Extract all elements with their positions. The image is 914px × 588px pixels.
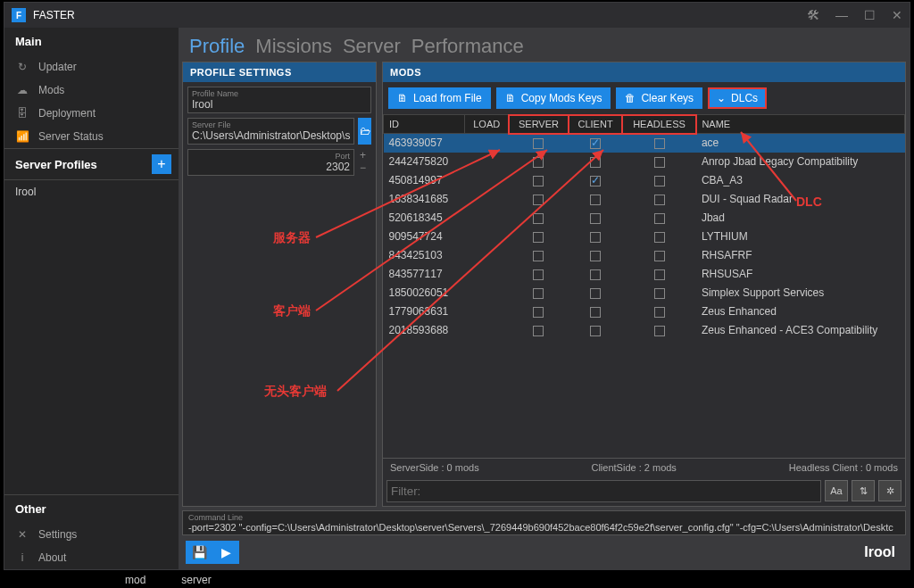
cell-name: LYTHIUM <box>696 228 905 246</box>
server-checkbox[interactable] <box>533 288 544 299</box>
headless-checkbox[interactable] <box>654 157 665 168</box>
server-checkbox[interactable] <box>533 269 544 280</box>
sidebar-item-deployment[interactable]: 🗄Deployment <box>4 102 179 125</box>
profile-item-irool[interactable]: Irool <box>4 180 179 203</box>
sidebar-item-server-status[interactable]: 📶Server Status <box>4 125 179 148</box>
col-client[interactable]: CLIENT <box>569 115 622 134</box>
filter-sort-button[interactable]: ⇅ <box>852 480 875 501</box>
client-checkbox[interactable] <box>590 288 601 299</box>
server-checkbox[interactable] <box>533 213 544 224</box>
cell-id: 843425103 <box>384 246 465 265</box>
server-checkbox[interactable] <box>533 307 544 318</box>
table-row[interactable]: 1638341685DUI - Squad Radar <box>384 190 905 209</box>
client-checkbox[interactable] <box>590 251 601 261</box>
command-line-label: Command Line <box>188 513 900 522</box>
command-line-value[interactable]: -port=2302 "-config=C:\Users\Administrat… <box>188 522 900 533</box>
client-checkbox[interactable] <box>590 176 601 186</box>
copy-mods-keys-button[interactable]: 🗎Copy Mods Keys <box>496 87 611 109</box>
cell-name: Zeus Enhanced <box>696 302 905 321</box>
table-row[interactable]: 463939057ace <box>384 134 905 153</box>
table-row[interactable]: 843577117RHSUSAF <box>384 265 905 284</box>
server-checkbox[interactable] <box>533 251 544 261</box>
table-row[interactable]: 2018593688Zeus Enhanced - ACE3 Compatibi… <box>384 321 905 340</box>
headless-checkbox[interactable] <box>654 307 665 318</box>
sidebar-item-about[interactable]: iAbout <box>4 546 179 569</box>
tabs: Profile Missions Server Performance <box>182 31 906 58</box>
maximize-button[interactable]: ☐ <box>864 8 876 22</box>
sidebar-item-settings[interactable]: ✕Settings <box>4 523 179 546</box>
port-input[interactable]: 2302 <box>192 161 350 173</box>
sidebar-item-updater[interactable]: ↻Updater <box>4 55 179 79</box>
headless-checkbox[interactable] <box>654 138 665 149</box>
tab-server[interactable]: Server <box>343 35 401 58</box>
headless-checkbox[interactable] <box>654 251 665 261</box>
active-profile-label: Irool <box>864 544 902 560</box>
server-file-input[interactable]: C:\Users\Administrator\Desktop\s <box>192 129 350 142</box>
table-row[interactable]: 909547724LYTHIUM <box>384 228 905 246</box>
dlcs-button[interactable]: ⌄DLCs <box>708 87 767 109</box>
client-checkbox[interactable] <box>590 326 601 336</box>
app-icon: F <box>12 8 26 22</box>
table-row[interactable]: 520618345Jbad <box>384 209 905 228</box>
tab-missions[interactable]: Missions <box>255 35 332 58</box>
headless-checkbox[interactable] <box>654 269 665 280</box>
filter-star-button[interactable]: ✲ <box>878 480 902 501</box>
col-id[interactable]: ID <box>384 115 465 134</box>
play-icon: ▶ <box>221 545 231 559</box>
table-row[interactable]: 2442475820Anrop Jbad Legacy Compatibilit… <box>384 153 905 171</box>
cell-name: Simplex Support Services <box>696 284 905 302</box>
client-checkbox[interactable] <box>590 157 601 168</box>
sidebar-item-mods[interactable]: ☁Mods <box>4 79 179 102</box>
client-checkbox[interactable] <box>590 232 601 243</box>
run-button[interactable]: ▶ <box>212 541 239 564</box>
server-checkbox[interactable] <box>533 176 544 186</box>
clear-keys-button[interactable]: 🗑Clear Keys <box>616 87 702 109</box>
browse-button[interactable]: 🗁 <box>358 118 371 145</box>
save-button[interactable]: 💾 <box>186 541 212 564</box>
table-row[interactable]: 843425103RHSAFRF <box>384 246 905 265</box>
client-checkbox[interactable] <box>590 213 601 224</box>
tab-performance[interactable]: Performance <box>411 35 524 58</box>
minimize-button[interactable]: — <box>835 8 848 22</box>
col-name[interactable]: NAME <box>696 115 905 134</box>
server-checkbox[interactable] <box>533 157 544 168</box>
load-from-file-button[interactable]: 🗎Load from File <box>388 87 491 109</box>
client-checkbox[interactable] <box>590 307 601 318</box>
headless-checkbox[interactable] <box>654 213 665 224</box>
tools-icon[interactable]: 🛠 <box>807 8 819 22</box>
table-row[interactable]: 1850026051Simplex Support Services <box>384 284 905 302</box>
cell-name: Jbad <box>696 209 905 228</box>
port-label: Port <box>192 152 350 161</box>
port-increment[interactable]: + <box>354 149 371 161</box>
headless-checkbox[interactable] <box>654 326 665 336</box>
table-row[interactable]: 450814997CBA_A3 <box>384 171 905 190</box>
col-server[interactable]: SERVER <box>509 115 569 134</box>
close-button[interactable]: ✕ <box>892 8 902 22</box>
client-checkbox[interactable] <box>590 138 601 149</box>
col-headless[interactable]: HEADLESS <box>622 115 696 134</box>
client-checkbox[interactable] <box>590 195 601 205</box>
table-row[interactable]: 1779063631Zeus Enhanced <box>384 302 905 321</box>
add-profile-button[interactable]: + <box>152 154 171 174</box>
server-checkbox[interactable] <box>533 326 544 336</box>
server-checkbox[interactable] <box>533 195 544 205</box>
filter-case-button[interactable]: Aa <box>825 480 848 501</box>
status-server: server <box>163 574 228 586</box>
client-checkbox[interactable] <box>590 269 601 280</box>
filter-input[interactable] <box>386 480 821 502</box>
cell-name: Anrop Jbad Legacy Compatibility <box>696 153 905 171</box>
titlebar: F FASTER 🛠 — ☐ ✕ <box>4 3 910 28</box>
settings-icon: ✕ <box>15 528 29 541</box>
server-checkbox[interactable] <box>533 232 544 243</box>
port-decrement[interactable]: − <box>354 161 371 174</box>
headless-checkbox[interactable] <box>654 176 665 186</box>
headless-checkbox[interactable] <box>654 232 665 243</box>
headless-checkbox[interactable] <box>654 195 665 205</box>
status-bar: mod server <box>0 572 914 588</box>
server-checkbox[interactable] <box>533 138 544 149</box>
profile-name-input[interactable]: Irool <box>192 98 367 111</box>
headless-checkbox[interactable] <box>654 288 665 299</box>
col-load[interactable]: LOAD <box>464 115 509 134</box>
stats-headless: Headless Client : 0 mods <box>789 462 898 473</box>
tab-profile[interactable]: Profile <box>189 35 245 58</box>
